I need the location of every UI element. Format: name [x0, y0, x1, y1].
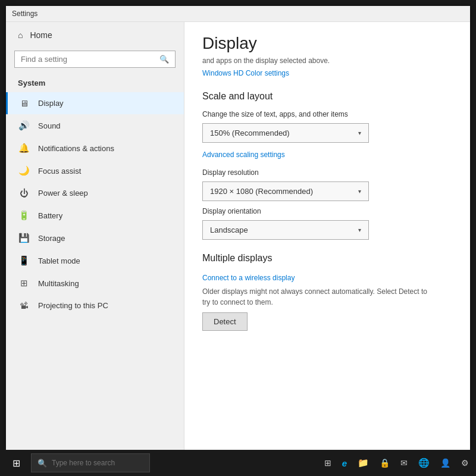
sidebar-item-projecting[interactable]: 📽 Projecting to this PC	[6, 295, 184, 317]
start-button[interactable]: ⊞	[5, 452, 27, 474]
older-displays-text: Older displays might not always connect …	[202, 286, 428, 308]
taskbar-search-box[interactable]: 🔍	[31, 453, 150, 472]
power-icon: ⏻	[18, 188, 30, 198]
orientation-label: Display orientation	[202, 207, 452, 215]
resolution-label: Display resolution	[202, 168, 452, 177]
sidebar-item-label: Focus assist	[38, 167, 81, 176]
battery-icon: 🔋	[18, 210, 30, 221]
taskbar-search-icon: 🔍	[37, 459, 47, 468]
sidebar-item-focus[interactable]: 🌙 Focus assist	[6, 159, 184, 182]
sidebar-item-label: Battery	[38, 211, 62, 220]
advanced-scaling-link[interactable]: Advanced scaling settings	[202, 151, 285, 159]
sidebar-item-label: Tablet mode	[38, 256, 80, 265]
main-panel: Display and apps on the display selected…	[184, 22, 470, 450]
search-input[interactable]	[21, 55, 155, 64]
focus-icon: 🌙	[18, 165, 30, 176]
person-icon[interactable]: 👤	[438, 456, 453, 470]
content-area: ⌂ Home 🔍 System 🖥 Display 🔊 Sound 🔔 N	[6, 22, 470, 450]
sidebar-item-label: Sound	[38, 121, 61, 130]
sidebar-item-multitasking[interactable]: ⊞ Multitasking	[6, 272, 184, 295]
sidebar-item-label: Notifications & actions	[38, 144, 114, 153]
sidebar-item-notifications[interactable]: 🔔 Notifications & actions	[6, 137, 184, 159]
orientation-dropdown[interactable]: Landscape ▾	[202, 220, 369, 240]
sidebar-item-label: Multitasking	[38, 279, 79, 288]
scale-value: 150% (Recommended)	[210, 129, 290, 137]
resolution-chevron-icon: ▾	[358, 188, 361, 195]
sidebar-item-battery[interactable]: 🔋 Battery	[6, 204, 184, 227]
scale-layout-title: Scale and layout	[202, 91, 452, 102]
sidebar-item-label: Display	[38, 99, 64, 108]
sidebar-item-display[interactable]: 🖥 Display	[6, 92, 184, 114]
sidebar-item-label: Power & sleep	[38, 189, 88, 198]
sidebar-item-sound[interactable]: 🔊 Sound	[6, 114, 184, 137]
search-icon: 🔍	[159, 55, 169, 64]
mail-icon[interactable]: ✉	[398, 456, 410, 470]
sidebar-item-tablet[interactable]: 📱 Tablet mode	[6, 249, 184, 272]
sidebar-item-home[interactable]: ⌂ Home	[6, 22, 184, 48]
sidebar-item-storage[interactable]: 💾 Storage	[6, 227, 184, 249]
title-bar: Settings	[6, 6, 470, 22]
multitasking-icon: ⊞	[18, 278, 30, 289]
sound-icon: 🔊	[18, 120, 30, 131]
home-label: Home	[30, 30, 52, 40]
sidebar: ⌂ Home 🔍 System 🖥 Display 🔊 Sound 🔔 N	[6, 22, 184, 450]
scale-chevron-icon: ▾	[358, 130, 361, 136]
lock-icon[interactable]: 🔒	[377, 456, 392, 470]
settings-window: Settings ⌂ Home 🔍 System 🖥 Display	[6, 6, 470, 450]
storage-icon: 💾	[18, 233, 30, 243]
sidebar-item-label: Projecting to this PC	[38, 301, 108, 310]
taskbar-system-icons: ⊞ e 📁 🔒 ✉ 🌐 👤 ⚙	[322, 455, 471, 471]
taskbar: ⊞ 🔍 ⊞ e 📁 🔒 ✉ 🌐 👤 ⚙	[0, 450, 476, 476]
multiple-displays-title: Multiple displays	[202, 253, 452, 264]
notifications-icon: 🔔	[18, 143, 30, 154]
orientation-chevron-icon: ▾	[358, 227, 361, 233]
task-view-icon[interactable]: ⊞	[322, 456, 334, 470]
page-subtitle: and apps on the display selected above.	[202, 57, 452, 65]
sidebar-item-power[interactable]: ⏻ Power & sleep	[6, 182, 184, 204]
scale-dropdown[interactable]: 150% (Recommended) ▾	[202, 123, 369, 143]
sidebar-item-label: Storage	[38, 234, 65, 243]
page-title: Display	[202, 34, 452, 53]
resolution-dropdown[interactable]: 1920 × 1080 (Recommended) ▾	[202, 181, 369, 201]
settings-gear-icon[interactable]: ⚙	[459, 456, 471, 470]
wireless-display-link[interactable]: Connect to a wireless display	[202, 274, 295, 282]
resolution-value: 1920 × 1080 (Recommended)	[210, 187, 313, 196]
window-title: Settings	[12, 10, 37, 18]
home-icon: ⌂	[18, 30, 23, 40]
chrome-icon[interactable]: 🌐	[416, 455, 432, 471]
detect-button[interactable]: Detect	[202, 312, 248, 331]
edge-icon[interactable]: e	[340, 456, 349, 471]
taskbar-search-input[interactable]	[52, 459, 129, 467]
search-box[interactable]: 🔍	[14, 51, 176, 68]
display-icon: 🖥	[18, 98, 30, 108]
sidebar-section-title: System	[6, 75, 184, 92]
projecting-icon: 📽	[18, 300, 30, 311]
hd-color-link[interactable]: Windows HD Color settings	[202, 69, 289, 77]
tablet-icon: 📱	[18, 255, 30, 266]
scale-label: Change the size of text, apps, and other…	[202, 110, 452, 118]
file-explorer-icon[interactable]: 📁	[355, 455, 371, 471]
orientation-value: Landscape	[210, 226, 248, 234]
